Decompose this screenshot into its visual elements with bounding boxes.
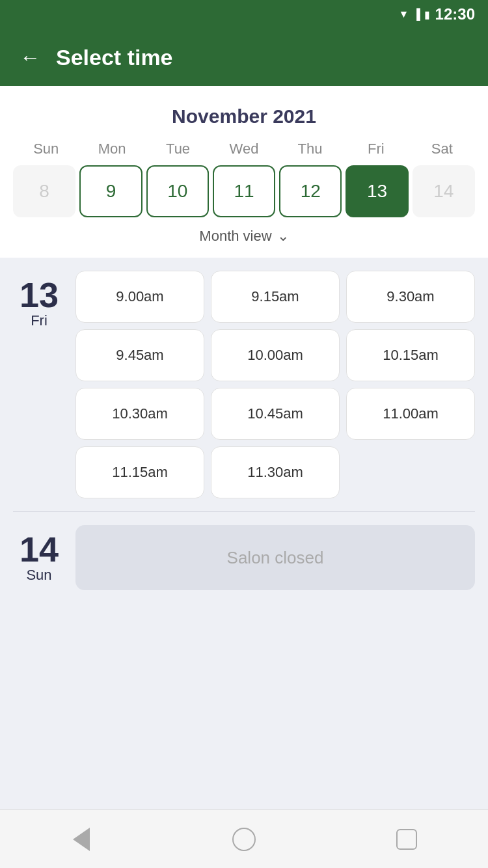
time-slot-930am[interactable]: 9.30am	[346, 271, 475, 323]
day-name-14: Sun	[26, 567, 51, 584]
day-label-14: 14 Sun	[13, 525, 65, 590]
nav-back-button[interactable]	[65, 823, 98, 856]
time-slot-945am[interactable]: 9.45am	[75, 329, 204, 381]
time-slot-1015am[interactable]: 10.15am	[346, 329, 475, 381]
time-slot-1030am[interactable]: 10.30am	[75, 388, 204, 440]
time-slot-915am[interactable]: 9.15am	[211, 271, 340, 323]
day-header-sun: Sun	[13, 141, 79, 157]
chevron-down-icon: ⌄	[277, 228, 289, 245]
time-slot-900am[interactable]: 9.00am	[75, 271, 204, 323]
status-time: 12:30	[435, 5, 475, 23]
signal-icon: ▐	[413, 8, 420, 20]
recents-square-icon	[396, 829, 417, 850]
day-block-14: 14 Sun Salon closed	[13, 525, 475, 590]
month-title: November 2021	[13, 105, 475, 128]
day-number-14: 14	[20, 532, 59, 567]
day-name-13: Fri	[31, 312, 47, 329]
day-headers: Sun Mon Tue Wed Thu Fri Sat	[13, 141, 475, 157]
back-triangle-icon	[73, 828, 90, 851]
status-bar: ▼ ▐ ▮ 12:30	[0, 0, 488, 29]
battery-icon: ▮	[424, 8, 430, 21]
time-slots-13: 9.00am 9.15am 9.30am 9.45am 10.00am 10.1…	[75, 271, 475, 498]
day-number-13: 13	[20, 277, 59, 312]
day-cell-14: 14	[413, 165, 475, 217]
time-slot-1100am[interactable]: 11.00am	[346, 388, 475, 440]
month-view-label: Month view	[199, 228, 271, 245]
section-divider	[13, 511, 475, 512]
day-header-thu: Thu	[277, 141, 343, 157]
day-header-fri: Fri	[343, 141, 409, 157]
salon-closed-label: Salon closed	[75, 525, 475, 590]
day-cell-11[interactable]: 11	[213, 165, 275, 217]
day-block-13: 13 Fri 9.00am 9.15am 9.30am 9.45am 10.00…	[13, 271, 475, 498]
day-cell-13[interactable]: 13	[346, 165, 408, 217]
day-header-tue: Tue	[145, 141, 211, 157]
time-slot-1115am[interactable]: 11.15am	[75, 446, 204, 498]
nav-home-button[interactable]	[228, 823, 260, 856]
wifi-icon: ▼	[398, 8, 409, 20]
day-header-mon: Mon	[79, 141, 144, 157]
status-icons: ▼ ▐ ▮	[398, 8, 429, 21]
app-header: ← Select time	[0, 29, 488, 86]
nav-bar	[0, 809, 488, 868]
day-cell-10[interactable]: 10	[146, 165, 209, 217]
time-slot-1045am[interactable]: 10.45am	[211, 388, 340, 440]
time-section: 13 Fri 9.00am 9.15am 9.30am 9.45am 10.00…	[0, 258, 488, 809]
day-cell-8: 8	[13, 165, 75, 217]
home-circle-icon	[232, 828, 256, 851]
month-view-toggle[interactable]: Month view ⌄	[13, 217, 475, 251]
calendar-section: November 2021 Sun Mon Tue Wed Thu Fri Sa…	[0, 86, 488, 258]
day-cells: 8 9 10 11 12 13 14	[13, 165, 475, 217]
time-slot-1130am[interactable]: 11.30am	[211, 446, 340, 498]
day-header-sat: Sat	[409, 141, 475, 157]
day-cell-12[interactable]: 12	[279, 165, 342, 217]
day-header-wed: Wed	[211, 141, 277, 157]
back-button[interactable]: ←	[20, 46, 40, 70]
nav-recents-button[interactable]	[390, 823, 423, 856]
page-title: Select time	[56, 45, 173, 70]
day-cell-9[interactable]: 9	[79, 165, 142, 217]
time-slot-1000am[interactable]: 10.00am	[211, 329, 340, 381]
day-label-13: 13 Fri	[13, 271, 65, 498]
